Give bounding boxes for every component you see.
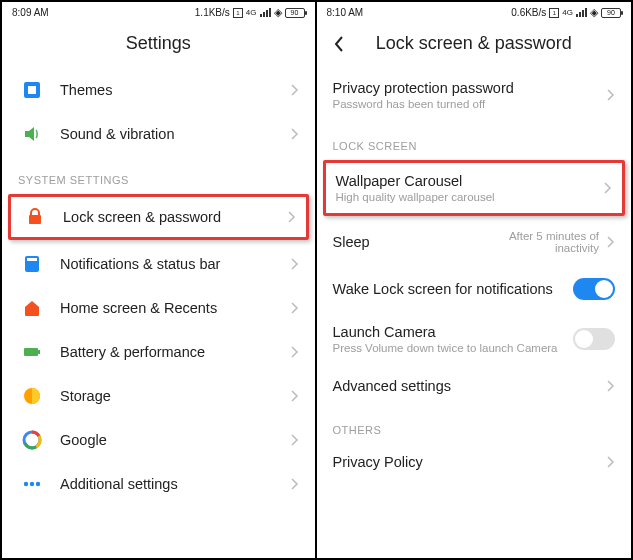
label: Launch Camera (333, 324, 574, 340)
battery-icon: 90 (601, 8, 621, 18)
row-wake-lock[interactable]: Wake Lock screen for notifications (317, 266, 632, 312)
label: Wake Lock screen for notifications (333, 281, 574, 297)
chevron-right-icon (291, 302, 299, 314)
lock-screen-settings: 8:10 AM 0.6KB/s 1 4G ◈ 90 Lock screen & … (317, 2, 632, 558)
status-bar: 8:09 AM 1.1KB/s 1 4G ◈ 90 (2, 2, 315, 23)
chevron-right-icon (604, 182, 612, 194)
net-type: 4G (246, 8, 257, 17)
chevron-right-icon (291, 128, 299, 140)
row-storage[interactable]: Storage (2, 374, 315, 418)
label: Privacy Policy (333, 454, 600, 470)
svg-point-9 (24, 482, 28, 486)
svg-rect-1 (28, 86, 36, 94)
notifications-icon (22, 254, 42, 274)
svg-point-10 (30, 482, 34, 486)
signal-icon (260, 8, 271, 17)
chevron-right-icon (607, 380, 615, 392)
chevron-right-icon (291, 434, 299, 446)
more-icon (22, 474, 42, 494)
chevron-left-icon (333, 35, 345, 53)
section-header-others: OTHERS (317, 406, 632, 442)
toggle-launch-camera[interactable] (573, 328, 615, 350)
signal-icon (576, 8, 587, 17)
row-launch-camera[interactable]: Launch Camera Press Volume down twice to… (317, 312, 632, 366)
sound-icon (22, 124, 42, 144)
label: Battery & performance (60, 344, 283, 360)
chevron-right-icon (607, 236, 615, 248)
row-themes[interactable]: Themes (2, 68, 315, 112)
row-sound[interactable]: Sound & vibration (2, 112, 315, 156)
wifi-icon: ◈ (274, 6, 282, 19)
row-notifications[interactable]: Notifications & status bar (2, 242, 315, 286)
chevron-right-icon (291, 346, 299, 358)
net-speed: 0.6KB/s (511, 7, 546, 18)
title-bar: Lock screen & password (317, 23, 632, 68)
row-sleep[interactable]: Sleep After 5 minutes of inactivity (317, 218, 632, 266)
wifi-icon: ◈ (590, 6, 598, 19)
chevron-right-icon (291, 390, 299, 402)
label: Google (60, 432, 283, 448)
chevron-right-icon (291, 478, 299, 490)
label: Themes (60, 82, 283, 98)
label: Advanced settings (333, 378, 600, 394)
title-bar: Settings (2, 23, 315, 68)
chevron-right-icon (607, 89, 615, 101)
svg-rect-4 (27, 258, 37, 261)
value: After 5 minutes of inactivity (479, 230, 599, 254)
row-additional[interactable]: Additional settings (2, 462, 315, 506)
battery-icon: 90 (285, 8, 305, 18)
label: Sleep (333, 234, 480, 250)
net-speed: 1.1KB/s (195, 7, 230, 18)
chevron-right-icon (291, 258, 299, 270)
label: Wallpaper Carousel (336, 173, 597, 189)
sublabel: Press Volume down twice to launch Camera (333, 342, 574, 354)
row-privacy-policy[interactable]: Privacy Policy (317, 442, 632, 482)
sublabel: High quality wallpaper carousel (336, 191, 597, 203)
settings-screen: 8:09 AM 1.1KB/s 1 4G ◈ 90 Settings Theme… (2, 2, 317, 558)
row-advanced[interactable]: Advanced settings (317, 366, 632, 406)
status-bar: 8:10 AM 0.6KB/s 1 4G ◈ 90 (317, 2, 632, 23)
label: Sound & vibration (60, 126, 283, 142)
lock-icon (25, 207, 45, 227)
label: Privacy protection password (333, 80, 600, 96)
home-icon (22, 298, 42, 318)
row-lock-screen[interactable]: Lock screen & password (8, 194, 309, 240)
sublabel: Password has been turned off (333, 98, 600, 110)
label: Lock screen & password (63, 209, 280, 225)
page-title: Settings (42, 33, 275, 54)
back-button[interactable] (333, 35, 357, 53)
label: Storage (60, 388, 283, 404)
battery-icon (22, 342, 42, 362)
toggle-wake-lock[interactable] (573, 278, 615, 300)
row-wallpaper-carousel[interactable]: Wallpaper Carousel High quality wallpape… (323, 160, 626, 216)
section-header-system: SYSTEM SETTINGS (2, 156, 315, 192)
page-title: Lock screen & password (357, 33, 592, 54)
themes-icon (22, 80, 42, 100)
svg-rect-6 (38, 350, 40, 354)
chevron-right-icon (607, 456, 615, 468)
row-battery[interactable]: Battery & performance (2, 330, 315, 374)
svg-rect-2 (29, 215, 41, 224)
row-google[interactable]: Google (2, 418, 315, 462)
row-home-screen[interactable]: Home screen & Recents (2, 286, 315, 330)
storage-icon (22, 386, 42, 406)
row-privacy-password[interactable]: Privacy protection password Password has… (317, 68, 632, 122)
sim-icon: 1 (549, 8, 559, 18)
label: Home screen & Recents (60, 300, 283, 316)
sim-icon: 1 (233, 8, 243, 18)
label: Additional settings (60, 476, 283, 492)
chevron-right-icon (291, 84, 299, 96)
status-time: 8:09 AM (12, 7, 49, 18)
section-header-lockscreen: LOCK SCREEN (317, 122, 632, 158)
svg-rect-5 (24, 348, 38, 356)
google-icon (22, 430, 42, 450)
chevron-right-icon (288, 211, 296, 223)
status-time: 8:10 AM (327, 7, 364, 18)
svg-point-11 (36, 482, 40, 486)
label: Notifications & status bar (60, 256, 283, 272)
net-type: 4G (562, 8, 573, 17)
